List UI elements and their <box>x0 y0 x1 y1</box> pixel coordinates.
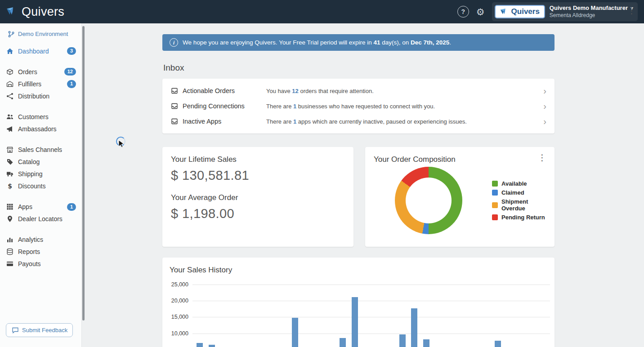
sidebar-item-ambassadors[interactable]: Ambassadors <box>0 123 81 135</box>
composition-legend: AvailableClaimedShipment OverduePending … <box>492 178 546 223</box>
sidebar-item-customers[interactable]: Customers <box>0 111 81 123</box>
megaphone-icon <box>6 125 13 133</box>
sales-history-title: Your Sales History <box>170 266 550 275</box>
inbox-row-title: Actionable Orders <box>183 87 266 94</box>
inbox-row-description: You have 12 orders that require attentio… <box>266 88 543 94</box>
sales-bar <box>197 343 203 347</box>
help-icon[interactable]: ? <box>457 6 469 18</box>
legend-label: Shipment Overdue <box>501 198 546 212</box>
sidebar-item-label: Distribution <box>18 93 49 100</box>
chip-wordmark: Quivers <box>511 7 540 16</box>
legend-item-pending-return: Pending Return <box>492 214 546 221</box>
network-icon <box>6 93 13 100</box>
sidebar-item-distribution[interactable]: Distribution <box>0 90 81 102</box>
sidebar-scrollbar[interactable] <box>82 26 85 320</box>
database-icon <box>6 248 13 256</box>
sidebar-nav: Dashboard3Orders12Fulfillers1Distributio… <box>0 45 81 270</box>
inbox-heading: Inbox <box>163 63 555 73</box>
map-pin-icon <box>6 215 13 223</box>
sidebar-item-discounts[interactable]: $Discounts <box>0 180 81 192</box>
y-tick-label: 25,000 <box>171 281 188 288</box>
chevron-right-icon: › <box>543 117 548 126</box>
legend-item-shipment-overdue: Shipment Overdue <box>492 198 546 212</box>
sales-bar <box>292 318 298 347</box>
trial-banner-text: We hope you are enjoying Quivers. Your F… <box>183 39 451 46</box>
trial-banner: i We hope you are enjoying Quivers. Your… <box>162 34 555 51</box>
sidebar-item-payouts[interactable]: Payouts <box>0 258 81 270</box>
gear-icon[interactable]: ⚙ <box>476 7 485 17</box>
truck-icon <box>6 170 13 178</box>
card-icon <box>6 260 13 268</box>
sidebar-item-dashboard[interactable]: Dashboard3 <box>0 45 81 57</box>
brand-wordmark: Quivers <box>22 5 64 19</box>
legend-swatch <box>492 181 498 187</box>
sidebar-item-analytics[interactable]: Analytics <box>0 234 81 246</box>
order-composition-body: AvailableClaimedShipment OverduePending … <box>374 167 546 234</box>
account-text: Quivers Demo Manufacturer ▾ Sementa Alld… <box>550 4 633 18</box>
sidebar-item-sales-channels[interactable]: Sales Channels <box>0 144 81 156</box>
inbox-row-inactive-apps[interactable]: Inactive AppsThere are 1 apps which are … <box>162 114 555 129</box>
sidebar-item-label: Apps <box>18 203 32 210</box>
sidebar-item-apps[interactable]: Apps1 <box>0 201 81 213</box>
sidebar-item-reports[interactable]: Reports <box>0 246 81 258</box>
account-org-chip[interactable]: Quivers <box>495 5 545 18</box>
inbox-card: Actionable OrdersYou have 12 orders that… <box>162 79 555 133</box>
tag-icon <box>6 158 13 166</box>
account-menu[interactable]: Quivers Quivers Demo Manufacturer ▾ Seme… <box>492 2 638 21</box>
nav-group: Apps1Dealer Locators <box>0 201 81 225</box>
gridline <box>192 334 550 334</box>
branch-icon <box>7 30 15 38</box>
app-window: Quivers ? ⚙ Quivers Quivers Demo Manufac… <box>0 0 644 347</box>
chevron-right-icon: › <box>543 102 548 111</box>
legend-label: Pending Return <box>501 214 545 221</box>
sidebar-item-dealer-locators[interactable]: Dealer Locators <box>0 213 81 225</box>
feedback-icon <box>11 326 19 334</box>
sidebar-item-label: Payouts <box>18 260 41 267</box>
sidebar-badge: 12 <box>64 68 76 76</box>
nav-group: Sales ChannelsCatalogShipping$Discounts <box>0 144 81 192</box>
inbox-icon <box>170 102 178 110</box>
storefront-icon <box>6 146 13 154</box>
lifetime-sales-label: Your Lifetime Sales <box>171 155 345 164</box>
sidebar-item-shipping[interactable]: Shipping <box>0 168 81 180</box>
y-axis: 25,00020,00015,00010,0005,000 <box>169 285 192 347</box>
kebab-menu-icon[interactable]: ⋮ <box>535 151 549 164</box>
sidebar: Demo Environment Dashboard3Orders12Fulfi… <box>0 23 82 347</box>
bar-chart-icon <box>6 236 13 244</box>
nav-group: Orders12Fulfillers1Distribution <box>0 66 81 102</box>
y-tick-label: 15,000 <box>171 314 188 320</box>
sidebar-item-label: Orders <box>18 68 37 76</box>
environment-indicator[interactable]: Demo Environment <box>0 23 81 41</box>
nav-group: CustomersAmbassadors <box>0 111 81 135</box>
sales-bar <box>352 297 358 347</box>
lifetime-sales-card: Your Lifetime Sales $ 130,581.81 Your Av… <box>162 147 353 247</box>
trial-days: 41 <box>373 39 380 46</box>
sidebar-item-catalog[interactable]: Catalog <box>0 156 81 168</box>
sales-history-card: Your Sales History ⋮ 25,00020,00015,0001… <box>162 258 555 347</box>
people-icon <box>6 113 13 121</box>
inbox-row-pending-connections[interactable]: Pending ConnectionsThere are 1 businesse… <box>162 98 555 114</box>
sales-bar <box>495 341 501 347</box>
quivers-logo-icon <box>6 7 18 16</box>
sidebar-item-label: Customers <box>18 113 49 120</box>
legend-swatch <box>492 190 498 196</box>
order-composition-title: Your Order Composition <box>374 155 546 164</box>
sales-bar <box>209 345 215 347</box>
order-composition-donut <box>395 167 462 234</box>
sidebar-item-orders[interactable]: Orders12 <box>0 66 81 78</box>
submit-feedback-label: Submit Feedback <box>22 327 67 334</box>
sales-bar <box>399 334 406 347</box>
gridline <box>192 285 550 285</box>
order-composition-card: Your Order Composition ⋮ AvailableClaime… <box>365 147 555 247</box>
inbox-row-title: Pending Connections <box>183 102 266 110</box>
inbox-icon <box>170 118 178 125</box>
inbox-row-title: Inactive Apps <box>183 118 266 125</box>
account-user-name: Sementa Alldredge <box>550 12 633 19</box>
submit-feedback-button[interactable]: Submit Feedback <box>6 323 73 337</box>
legend-swatch <box>492 214 498 220</box>
nav-group: AnalyticsReportsPayouts <box>0 234 81 270</box>
sidebar-item-fulfillers[interactable]: Fulfillers1 <box>0 78 81 90</box>
brand-logo[interactable]: Quivers <box>6 5 64 19</box>
sidebar-badge: 3 <box>67 47 76 55</box>
inbox-row-actionable-orders[interactable]: Actionable OrdersYou have 12 orders that… <box>162 83 555 98</box>
